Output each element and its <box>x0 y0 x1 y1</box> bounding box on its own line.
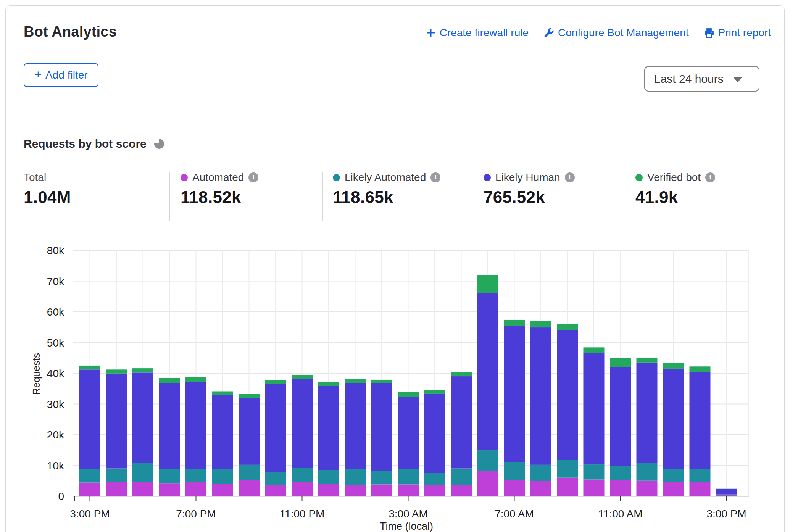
bar-2-00-AM[interactable] <box>371 380 392 496</box>
bar-segment-verified-bot <box>239 394 260 398</box>
add-filter-button[interactable]: + Add filter <box>24 63 98 87</box>
x-tick-label: 3:00 PM <box>706 508 746 520</box>
y-tick-label: 0 <box>58 490 64 502</box>
bar-4-00-PM[interactable] <box>106 369 127 496</box>
plus-icon: + <box>34 68 42 82</box>
bar-9-00-PM[interactable] <box>239 394 260 496</box>
x-axis-title: Time (local) <box>380 521 433 532</box>
section-title: Requests by bot score <box>24 137 147 150</box>
bar-1-00-AM[interactable] <box>345 379 366 496</box>
bar-5-00-PM[interactable] <box>132 368 153 496</box>
bar-segment-automated <box>690 482 711 496</box>
bar-segment-automated <box>637 481 658 496</box>
bar-segment-likely-human <box>159 383 180 469</box>
bar-10-00-AM[interactable] <box>584 347 605 496</box>
header-link-configure-bot-management[interactable]: Configure Bot Management <box>543 27 688 39</box>
stat-divider <box>630 172 630 221</box>
y-tick-label: 60k <box>47 306 64 318</box>
stat-divider <box>322 172 323 221</box>
bar-segment-automated <box>424 485 445 496</box>
bar-6-00-PM[interactable] <box>159 378 180 496</box>
bar-segment-likely-human <box>345 383 366 469</box>
bar-segment-automated <box>106 482 127 496</box>
bar-segment-verified-bot <box>637 358 658 363</box>
stat-value: 765.52k <box>484 188 575 207</box>
bar-segment-likely-automated <box>690 469 711 482</box>
header-link-print-report[interactable]: Print report <box>703 27 771 39</box>
bar-segment-likely-human <box>690 372 711 469</box>
legend-dot <box>333 174 340 181</box>
bar-segment-automated <box>398 484 419 496</box>
info-icon[interactable]: i <box>430 172 440 182</box>
header-link-label: Configure Bot Management <box>558 27 688 39</box>
bar-12-00-AM[interactable] <box>318 382 339 496</box>
bar-segment-automated <box>610 480 631 496</box>
header-divider <box>6 109 784 109</box>
x-tick-label: 11:00 AM <box>598 508 642 520</box>
plus-icon <box>426 27 436 38</box>
bar-segment-verified-bot <box>79 366 100 369</box>
bar-segment-likely-human <box>477 293 498 450</box>
bar-7-00-AM[interactable] <box>504 320 525 496</box>
bar-segment-likely-human <box>530 327 551 465</box>
time-range-value: Last 24 hours <box>654 73 724 85</box>
bar-segment-verified-bot <box>185 377 206 382</box>
bar-segment-automated <box>504 480 525 496</box>
bar-6-00-AM[interactable] <box>477 275 498 496</box>
header-link-create-firewall-rule[interactable]: Create firewall rule <box>426 27 529 39</box>
bar-segment-likely-automated <box>663 469 684 482</box>
wrench-icon <box>543 27 555 39</box>
info-icon[interactable]: i <box>705 172 715 182</box>
bar-segment-verified-bot <box>557 324 578 330</box>
bar-11-00-PM[interactable] <box>292 375 313 496</box>
bar-12-00-PM[interactable] <box>637 358 658 496</box>
stats-row: Total1.04MAutomatedi118.52kLikely Automa… <box>0 171 779 224</box>
bar-segment-automated <box>79 483 100 496</box>
bar-4-00-AM[interactable] <box>424 390 445 496</box>
bar-segment-likely-automated <box>451 469 472 485</box>
bar-segment-verified-bot <box>663 363 684 368</box>
bar-segment-verified-bot <box>292 375 313 379</box>
stat-label: Verified bot <box>647 171 701 184</box>
bar-segment-likely-automated <box>132 463 153 482</box>
bar-segment-automated <box>318 484 339 496</box>
stat-verified-bot: Verified boti41.9k <box>635 171 715 207</box>
bar-8-00-AM[interactable] <box>530 321 551 496</box>
bar-segment-likely-human <box>132 372 153 463</box>
time-range-select[interactable]: Last 24 hours <box>644 66 759 92</box>
bar-segment-verified-bot <box>424 390 445 393</box>
bar-5-00-AM[interactable] <box>451 372 472 496</box>
y-tick-label: 70k <box>47 276 64 287</box>
y-tick-label: 20k <box>47 429 64 441</box>
bar-segment-likely-automated <box>345 469 366 485</box>
section-title-row: Requests by bot score <box>24 137 165 150</box>
bar-segment-likely-human <box>239 398 260 464</box>
bar-segment-automated <box>584 480 605 496</box>
bar-segment-likely-automated <box>610 466 631 480</box>
x-tick-label: 11:00 PM <box>280 508 325 520</box>
stat-divider <box>169 172 170 221</box>
bar-11-00-AM[interactable] <box>610 358 631 496</box>
bar-3-00-AM[interactable] <box>398 392 419 496</box>
header-link-label: Create firewall rule <box>440 27 529 39</box>
info-icon[interactable]: i <box>565 172 575 182</box>
bar-10-00-PM[interactable] <box>265 380 286 496</box>
bar-2-00-PM[interactable] <box>690 366 711 496</box>
bar-1-00-PM[interactable] <box>663 363 684 496</box>
bar-7-00-PM[interactable] <box>185 377 206 496</box>
legend-dot <box>484 174 491 181</box>
bar-segment-verified-bot <box>345 379 366 383</box>
stat-likely-automated: Likely Automatedi118.65k <box>333 171 440 207</box>
bar-segment-automated <box>663 482 684 496</box>
bar-9-00-AM[interactable] <box>557 324 578 496</box>
bar-3-00-PM[interactable] <box>79 366 100 496</box>
stat-value: 41.9k <box>635 188 715 207</box>
bar-3-00-PM[interactable] <box>716 489 737 496</box>
bar-segment-likely-automated <box>530 465 551 481</box>
bar-8-00-PM[interactable] <box>212 391 233 496</box>
info-icon[interactable]: i <box>248 172 258 182</box>
bar-segment-automated <box>477 471 498 496</box>
printer-icon <box>703 27 715 39</box>
legend-dot <box>181 174 188 181</box>
stat-likely-human: Likely Humani765.52k <box>484 171 575 207</box>
